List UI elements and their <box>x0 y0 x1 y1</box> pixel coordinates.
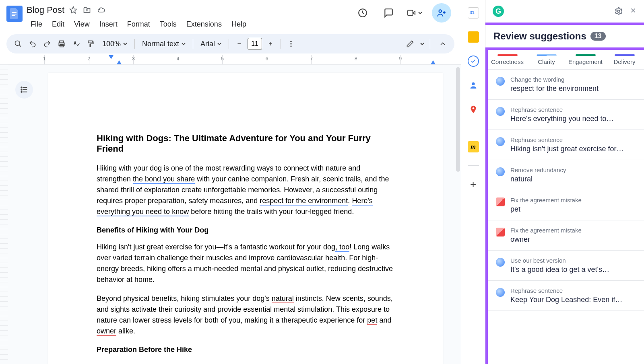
contacts-icon[interactable] <box>468 80 479 91</box>
svg-marker-3 <box>70 7 77 13</box>
tab-engagement[interactable]: Engagement <box>566 50 605 69</box>
tab-delivery[interactable]: Delivery <box>605 50 644 69</box>
suggestion-count: 13 <box>590 32 606 41</box>
chevron-down-icon[interactable] <box>420 42 424 46</box>
redo-icon[interactable] <box>40 37 54 51</box>
underline-red: owner <box>97 327 116 336</box>
ruler-mark: 9 <box>399 56 402 62</box>
document-page[interactable]: Hiking with Dogs: The Ultimate Adventure… <box>48 73 443 364</box>
search-icon[interactable] <box>11 37 25 51</box>
menu-format[interactable]: Format <box>123 19 154 30</box>
suggestion-list: Change the wordingrespect for the enviro… <box>488 70 644 364</box>
suggestion-text: natural <box>510 175 636 183</box>
grammarly-logo[interactable]: G <box>493 6 504 17</box>
menu-edit[interactable]: Edit <box>48 19 68 30</box>
suggestion-label: Rephrase sentence <box>510 287 636 294</box>
underline-red: natural <box>272 294 294 303</box>
ruler-mark: 2 <box>88 56 91 62</box>
meet-button[interactable] <box>406 5 422 21</box>
svg-rect-11 <box>88 41 92 43</box>
paragraph: Hiking with your dog is one of the most … <box>97 163 394 217</box>
ruler-mark: 6 <box>266 56 268 62</box>
docs-logo[interactable] <box>6 6 23 22</box>
menu-insert[interactable]: Insert <box>95 19 122 30</box>
menu-file[interactable]: File <box>27 19 46 30</box>
svg-point-14 <box>290 45 291 47</box>
suggestion-text: owner <box>510 235 636 244</box>
heading-benefits: Benefits of Hiking with Your Dog <box>97 226 394 234</box>
calendar-icon[interactable] <box>468 7 479 19</box>
clarity-dot-icon <box>496 137 505 146</box>
spellcheck-icon[interactable] <box>69 37 83 51</box>
suggestion-item[interactable]: Change the wordingrespect for the enviro… <box>488 70 644 100</box>
clarity-dot-icon <box>496 258 505 267</box>
suggestion-item[interactable]: Fix the agreement mistakepet <box>488 190 644 220</box>
more-icon[interactable] <box>284 37 298 51</box>
zoom-select[interactable]: 100% <box>98 40 131 48</box>
move-icon[interactable] <box>83 6 91 14</box>
menu-help[interactable]: Help <box>227 19 250 30</box>
doc-title[interactable]: Blog Post <box>27 5 64 15</box>
tab-correctness[interactable]: Correctness <box>488 50 527 69</box>
star-icon[interactable] <box>69 6 77 14</box>
ruler-mark: 4 <box>177 56 180 62</box>
suggestion-label: Rephrase sentence <box>510 106 636 113</box>
editing-mode-icon[interactable] <box>403 37 417 51</box>
print-icon[interactable] <box>55 37 68 51</box>
scrollbar[interactable] <box>456 67 460 172</box>
share-button[interactable] <box>432 3 451 23</box>
indent-marker-left[interactable] <box>117 60 122 64</box>
suggestion-text: respect for the environment <box>510 84 636 93</box>
suggestion-item[interactable]: Use our best versionIt's a good idea to … <box>488 251 644 281</box>
cloud-icon[interactable] <box>97 6 105 14</box>
collapse-icon[interactable] <box>436 37 450 51</box>
suggestion-item[interactable]: Fix the agreement mistakeowner <box>488 220 644 251</box>
keep-icon[interactable] <box>468 31 479 43</box>
underline-blue: the bond you share <box>133 175 195 184</box>
fontsize-decrease[interactable]: − <box>232 37 246 51</box>
maps-icon[interactable] <box>468 104 479 115</box>
side-rail: m + <box>461 0 485 364</box>
indent-marker-right[interactable] <box>431 60 436 64</box>
history-icon[interactable] <box>355 5 371 21</box>
suggestion-item[interactable]: Remove redundancynatural <box>488 160 644 190</box>
style-value: Normal text <box>142 40 179 48</box>
fontsize-increase[interactable]: + <box>264 37 277 51</box>
review-title: Review suggestions <box>493 31 586 42</box>
svg-rect-2 <box>12 15 15 16</box>
underline-red: pet <box>367 316 377 325</box>
add-addon-icon[interactable]: + <box>468 179 479 190</box>
suggestion-label: Change the wording <box>510 76 636 83</box>
outline-toggle[interactable] <box>15 81 33 99</box>
gear-icon[interactable] <box>614 7 623 16</box>
suggestion-item[interactable]: Rephrase sentenceKeep Your Dog Leashed: … <box>488 281 644 311</box>
ruler[interactable]: 1 2 3 4 5 6 7 8 9 <box>0 55 461 65</box>
menu-tools[interactable]: Tools <box>156 19 181 30</box>
tasks-icon[interactable] <box>468 56 479 67</box>
paint-format-icon[interactable] <box>84 37 97 51</box>
miro-icon[interactable]: m <box>468 141 479 152</box>
clarity-dot-icon <box>496 167 505 176</box>
toolbar: 100% Normal text Arial − + <box>6 34 454 53</box>
suggestion-item[interactable]: Rephrase sentenceHiking isn't just great… <box>488 130 644 160</box>
ruler-mark: 5 <box>221 56 224 62</box>
indent-marker-first[interactable] <box>109 55 114 59</box>
svg-point-6 <box>439 10 442 12</box>
fontsize-input[interactable] <box>248 38 262 50</box>
ruler-mark: 7 <box>310 56 313 62</box>
correctness-dot-icon <box>496 228 505 236</box>
paragraph-style-select[interactable]: Normal text <box>138 40 190 48</box>
close-icon[interactable] <box>630 7 637 16</box>
menu-view[interactable]: View <box>70 19 94 30</box>
undo-icon[interactable] <box>26 37 39 51</box>
suggestion-item[interactable]: Rephrase sentenceHere's everything you n… <box>488 100 644 130</box>
menu-extensions[interactable]: Extensions <box>182 19 226 30</box>
svg-rect-0 <box>12 12 17 13</box>
tab-clarity[interactable]: Clarity <box>527 50 566 69</box>
font-select[interactable]: Arial <box>196 40 225 48</box>
correctness-dot-icon <box>496 197 505 206</box>
svg-point-12 <box>290 41 291 42</box>
svg-point-15 <box>21 87 22 88</box>
comments-icon[interactable] <box>380 5 396 21</box>
ruler-mark: 8 <box>355 56 357 62</box>
